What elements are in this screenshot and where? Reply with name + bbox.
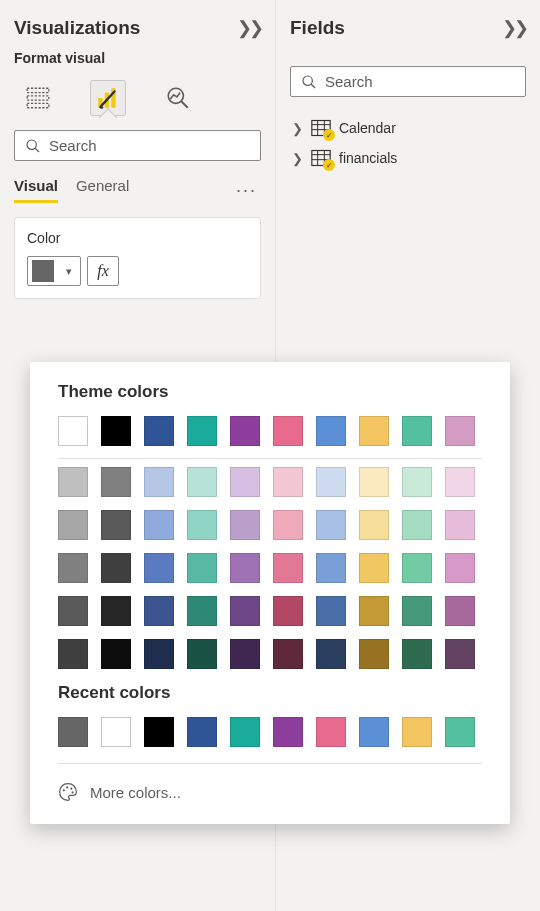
- color-swatch[interactable]: [187, 596, 217, 626]
- recent-color-swatch[interactable]: [187, 717, 217, 747]
- color-swatch[interactable]: [445, 416, 475, 446]
- field-table-item[interactable]: ❯ ✓ financials: [290, 143, 526, 173]
- color-swatch[interactable]: [101, 553, 131, 583]
- svg-rect-2: [27, 103, 49, 107]
- color-swatch[interactable]: [402, 416, 432, 446]
- recent-color-swatch[interactable]: [316, 717, 346, 747]
- color-swatch[interactable]: [359, 639, 389, 669]
- color-swatch[interactable]: [230, 467, 260, 497]
- color-swatch[interactable]: [359, 553, 389, 583]
- color-swatch[interactable]: [58, 596, 88, 626]
- svg-rect-1: [27, 96, 49, 100]
- color-swatch[interactable]: [187, 416, 217, 446]
- collapse-fields-icon[interactable]: ❯❯: [502, 17, 526, 39]
- color-swatch[interactable]: [58, 416, 88, 446]
- color-swatch[interactable]: [445, 639, 475, 669]
- fields-search[interactable]: [290, 66, 526, 97]
- search-icon: [301, 74, 317, 90]
- recent-color-swatch[interactable]: [273, 717, 303, 747]
- color-swatch[interactable]: [273, 639, 303, 669]
- color-swatch[interactable]: [101, 596, 131, 626]
- fx-button[interactable]: fx: [87, 256, 119, 286]
- field-table-item[interactable]: ❯ ✓ Calendar: [290, 113, 526, 143]
- recent-color-swatch[interactable]: [58, 717, 88, 747]
- color-swatch[interactable]: [144, 639, 174, 669]
- color-swatch[interactable]: [187, 553, 217, 583]
- color-swatch[interactable]: [316, 510, 346, 540]
- color-swatch[interactable]: [273, 596, 303, 626]
- color-swatch[interactable]: [402, 510, 432, 540]
- recent-color-swatch[interactable]: [445, 717, 475, 747]
- color-swatch[interactable]: [402, 639, 432, 669]
- color-swatch[interactable]: [273, 416, 303, 446]
- color-swatch[interactable]: [58, 467, 88, 497]
- color-swatch[interactable]: [144, 553, 174, 583]
- recent-colors-title: Recent colors: [58, 683, 482, 703]
- color-swatch[interactable]: [230, 553, 260, 583]
- color-swatch[interactable]: [359, 416, 389, 446]
- recent-color-swatch[interactable]: [359, 717, 389, 747]
- color-swatch[interactable]: [58, 553, 88, 583]
- build-visual-tab[interactable]: [20, 80, 56, 116]
- color-swatch[interactable]: [101, 467, 131, 497]
- color-swatch[interactable]: [316, 416, 346, 446]
- color-swatch[interactable]: [187, 510, 217, 540]
- svg-point-11: [66, 786, 68, 788]
- color-swatch[interactable]: [187, 467, 217, 497]
- field-table-label: financials: [339, 150, 397, 166]
- color-swatch[interactable]: [359, 467, 389, 497]
- visualizations-header: Visualizations ❯❯: [14, 8, 261, 48]
- color-swatch[interactable]: [230, 416, 260, 446]
- tab-general[interactable]: General: [76, 177, 129, 203]
- color-swatch[interactable]: [230, 639, 260, 669]
- more-options-button[interactable]: ···: [236, 180, 261, 201]
- color-swatch[interactable]: [273, 553, 303, 583]
- color-swatch[interactable]: [445, 596, 475, 626]
- color-swatch[interactable]: [445, 553, 475, 583]
- color-swatch[interactable]: [101, 510, 131, 540]
- format-mode-tabs: [14, 76, 261, 116]
- color-swatch[interactable]: [58, 510, 88, 540]
- color-swatch[interactable]: [402, 596, 432, 626]
- color-swatch[interactable]: [144, 510, 174, 540]
- color-swatch[interactable]: [402, 467, 432, 497]
- color-swatch[interactable]: [445, 510, 475, 540]
- color-swatch[interactable]: [402, 553, 432, 583]
- color-swatch[interactable]: [144, 416, 174, 446]
- search-icon: [25, 138, 41, 154]
- visualizations-search-input[interactable]: [49, 137, 250, 154]
- color-swatch[interactable]: [101, 639, 131, 669]
- color-swatch[interactable]: [359, 510, 389, 540]
- color-card: Color ▾ fx: [14, 217, 261, 299]
- color-swatch[interactable]: [273, 467, 303, 497]
- collapse-visualizations-icon[interactable]: ❯❯: [237, 17, 261, 39]
- tab-visual[interactable]: Visual: [14, 177, 58, 203]
- chevron-down-icon: ▾: [62, 265, 76, 278]
- color-swatch[interactable]: [144, 596, 174, 626]
- visualizations-search[interactable]: [14, 130, 261, 161]
- color-swatch[interactable]: [230, 510, 260, 540]
- recent-color-swatch[interactable]: [101, 717, 131, 747]
- svg-point-10: [63, 789, 65, 791]
- color-dropdown[interactable]: ▾: [27, 256, 81, 286]
- color-swatch[interactable]: [101, 416, 131, 446]
- chevron-right-icon: ❯: [292, 151, 303, 166]
- format-visual-tab[interactable]: [90, 80, 126, 116]
- more-colors-button[interactable]: More colors...: [58, 774, 482, 802]
- color-swatch[interactable]: [316, 596, 346, 626]
- analytics-tab[interactable]: [160, 80, 196, 116]
- color-swatch[interactable]: [316, 467, 346, 497]
- fields-search-input[interactable]: [325, 73, 515, 90]
- color-swatch[interactable]: [445, 467, 475, 497]
- color-swatch[interactable]: [58, 639, 88, 669]
- color-swatch[interactable]: [230, 596, 260, 626]
- color-swatch[interactable]: [359, 596, 389, 626]
- color-swatch[interactable]: [316, 639, 346, 669]
- color-swatch[interactable]: [144, 467, 174, 497]
- recent-color-swatch[interactable]: [402, 717, 432, 747]
- recent-color-swatch[interactable]: [230, 717, 260, 747]
- color-swatch[interactable]: [316, 553, 346, 583]
- color-swatch[interactable]: [187, 639, 217, 669]
- recent-color-swatch[interactable]: [144, 717, 174, 747]
- color-swatch[interactable]: [273, 510, 303, 540]
